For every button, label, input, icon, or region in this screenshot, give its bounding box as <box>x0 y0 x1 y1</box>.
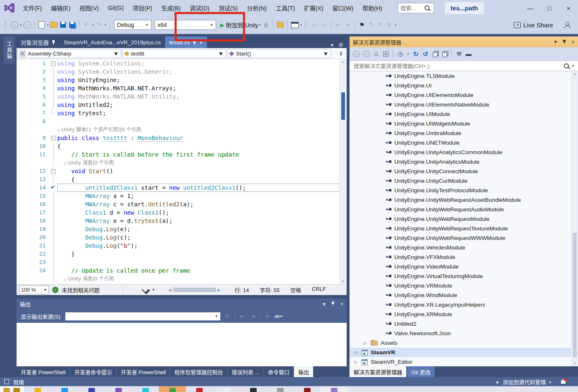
taskbar-app-icon[interactable] <box>223 388 230 392</box>
close-button[interactable]: × <box>559 5 578 12</box>
publish-up-arrow-icon[interactable]: ▲ <box>495 380 500 384</box>
codelens-text[interactable]: Unity 消息|0 个引用 <box>68 160 114 166</box>
output-source-combo[interactable]: ▼ <box>65 312 221 321</box>
taskbar-app-icon[interactable] <box>142 388 149 392</box>
live-share-button[interactable]: ↗ Live Share <box>514 22 553 29</box>
notifications-bell-icon[interactable] <box>561 380 566 384</box>
tree-item[interactable]: UnityEngine.UnityWebRequestAssetBundleMo… <box>350 195 578 205</box>
taskbar-app-icon[interactable] <box>34 388 41 392</box>
taskbar-app-slot[interactable] <box>321 386 347 392</box>
tree-item[interactable]: UnityEngine.UmbraModule <box>350 128 578 138</box>
panel-tab[interactable]: 命令窗口 <box>264 366 294 377</box>
se-search-input[interactable] <box>353 63 561 70</box>
taskbar-app-icon[interactable] <box>331 388 338 392</box>
line-ending-indicator[interactable]: CRLF <box>312 286 326 294</box>
scroll-down-icon[interactable]: ▼ <box>340 280 347 283</box>
se-scroll-down-icon[interactable]: ▼ <box>571 362 578 365</box>
taskbar-app-slot[interactable] <box>267 386 294 392</box>
menu-item[interactable]: 视图(V) <box>75 2 104 13</box>
breakpoint-margin[interactable] <box>17 101 22 109</box>
collapse-box-icon[interactable]: − <box>51 136 56 140</box>
find-in-files-icon[interactable] <box>276 20 284 30</box>
tree-item[interactable]: UnityEngine.UIModule <box>350 109 578 119</box>
menu-item[interactable]: 分析(N) <box>243 2 271 13</box>
se-home-icon[interactable]: ⌂ <box>373 50 379 58</box>
breakpoint-margin[interactable] <box>17 275 22 283</box>
background-tasks-icon[interactable] <box>4 379 9 384</box>
solution-explorer-titlebar[interactable]: 解决方案资源管理器 ▼ × <box>350 36 578 47</box>
breakpoint-margin[interactable] <box>17 184 22 192</box>
tab-list-dropdown-icon[interactable]: ▼ <box>330 43 334 48</box>
expand-arrow-icon[interactable]: ▷ <box>364 341 368 345</box>
clear-all-icon[interactable]: ≡ <box>264 313 271 319</box>
word-wrap-icon[interactable]: ab↵ <box>274 314 283 319</box>
navigate-forward-icon[interactable]: ▸ <box>23 20 31 30</box>
solution-configuration-combo[interactable]: Debug▼ <box>114 20 151 30</box>
breakpoint-margin[interactable] <box>17 175 22 184</box>
breakpoint-margin[interactable] <box>17 150 22 159</box>
prev-bookmark-icon[interactable]: ↰ <box>367 20 375 30</box>
menu-item[interactable]: 帮助(H) <box>358 2 386 13</box>
tree-item[interactable]: UnityEngine.WindModule <box>350 290 578 300</box>
source-control-caret-icon[interactable]: ▴ <box>549 380 551 384</box>
next-message-icon[interactable]: ⇥ <box>249 313 257 319</box>
member-combo[interactable]: Start()▼ <box>227 49 331 58</box>
panel-tab[interactable]: 错误列表 ... <box>228 366 264 377</box>
quick-fix-screwdriver-icon[interactable] <box>51 184 56 192</box>
scroll-right-icon[interactable]: ▶ <box>218 288 221 292</box>
menu-item[interactable]: 扩展(X) <box>299 2 328 13</box>
tree-item[interactable]: UnityEngine.UIElementsModule <box>350 90 578 100</box>
editor-horizontal-scrollbar[interactable]: ◀ ▶ <box>168 288 221 292</box>
breakpoint-margin[interactable] <box>17 142 22 150</box>
bookmark-dropdown-icon[interactable]: ▾ <box>395 23 396 27</box>
start-debug-icon[interactable]: ▶ <box>220 22 224 28</box>
taskbar-app-icon[interactable] <box>13 388 20 392</box>
se-collapse-all-icon[interactable] <box>432 51 438 57</box>
home-dropdown-icon[interactable]: ▾ <box>300 23 302 27</box>
menu-item[interactable]: 工具(T) <box>271 2 299 13</box>
breakpoint-margin[interactable] <box>17 167 22 175</box>
tree-item[interactable]: UnityEngine.UnityWebRequestModule <box>350 214 578 224</box>
output-pin-icon[interactable] <box>331 302 335 306</box>
breakpoint-margin[interactable] <box>17 258 22 266</box>
tree-item[interactable]: UnityEngine.VirtualTexturingModule <box>350 271 578 281</box>
panel-tab[interactable]: 开发者 PowerShell <box>117 366 170 377</box>
tree-item[interactable]: UnityEngine.UNETModule <box>350 138 578 148</box>
undo-dropdown-icon[interactable]: ▾ <box>92 23 94 27</box>
output-content[interactable] <box>17 323 347 366</box>
scroll-up-icon[interactable]: ▲ <box>340 60 347 64</box>
expand-arrow-icon[interactable]: ▷ <box>355 360 359 364</box>
search-input[interactable] <box>400 5 423 12</box>
se-vertical-scrollbar[interactable]: ▲ ▼ <box>571 71 578 366</box>
codelens-text[interactable]: Unity 消息|0 个引用 <box>68 276 114 282</box>
taskbar-app-slot[interactable] <box>78 386 105 392</box>
find-message-icon[interactable]: ✎ <box>224 313 231 319</box>
tree-item[interactable]: UnityEngine.UnityWebRequestWWWModule <box>350 233 578 243</box>
clear-bookmarks-icon[interactable]: ↯ <box>385 20 393 30</box>
breakpoint-margin[interactable] <box>17 117 22 126</box>
breakpoint-margin[interactable] <box>17 76 22 84</box>
se-preview-selected-icon[interactable]: ▬ <box>465 51 472 57</box>
editor-vertical-scrollbar[interactable]: ▲ ▼ <box>339 59 347 284</box>
output-window-position-icon[interactable]: ▼ <box>322 302 327 307</box>
zoom-combo[interactable]: 100 %▼ <box>19 286 49 294</box>
breakpoint-margin[interactable] <box>17 59 22 68</box>
hot-reload-icon[interactable] <box>264 22 268 28</box>
type-combo[interactable]: testttt▼ <box>122 49 226 58</box>
tree-item[interactable]: Valve.Newtonsoft.Json <box>350 329 578 338</box>
menu-item[interactable]: 生成(B) <box>157 2 185 13</box>
menu-item[interactable]: 项目(P) <box>128 2 157 13</box>
new-file-dropdown-icon[interactable]: ▾ <box>47 23 49 27</box>
taskbar-app-icon[interactable] <box>115 388 122 392</box>
breakpoint-margin[interactable] <box>17 84 22 92</box>
breakpoint-margin[interactable] <box>17 109 22 117</box>
taskbar-app-icon[interactable] <box>250 388 257 392</box>
se-window-position-icon[interactable]: ▼ <box>554 39 558 44</box>
tree-item[interactable]: UnityEngine.VRModule <box>350 281 578 290</box>
se-close-icon[interactable]: × <box>571 39 575 45</box>
taskbar-app-icon[interactable] <box>277 388 284 392</box>
prev-message-icon[interactable]: ⇤ <box>238 313 246 319</box>
code-editor[interactable]: 1−using System.Collections;2using System… <box>17 59 347 284</box>
next-bookmark-icon[interactable]: ↱ <box>376 20 384 30</box>
se-refresh-icon[interactable]: ↺ <box>422 50 429 58</box>
